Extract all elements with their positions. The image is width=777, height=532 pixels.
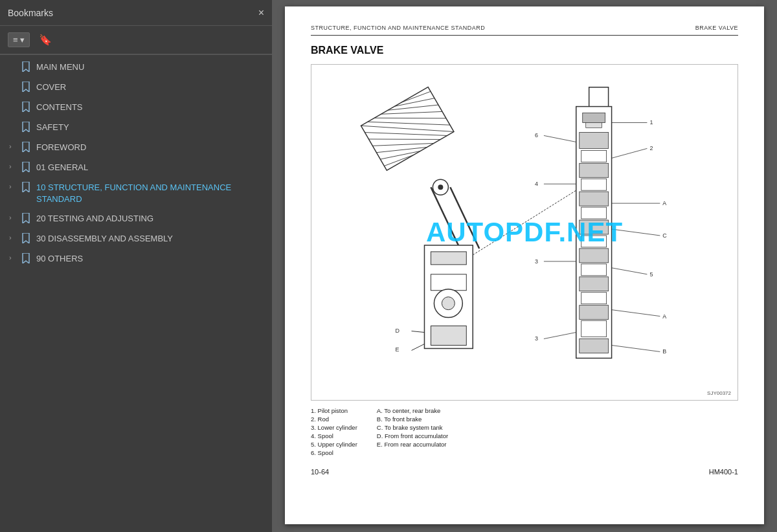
legend-item: C. To brake system tank	[377, 424, 448, 431]
svg-line-66	[544, 333, 576, 339]
page-footer: 10-64 HM400-1	[311, 468, 738, 476]
svg-line-3	[374, 87, 446, 149]
svg-line-60	[544, 135, 576, 142]
legend-item: 4. Spool	[311, 432, 357, 439]
svg-line-25	[412, 344, 425, 350]
legend-item: 1. Pilot piston	[311, 407, 357, 414]
bookmark-icon	[22, 253, 32, 265]
legend-item: A. To center, rear brake	[377, 407, 448, 414]
page-number: 10-64	[311, 468, 329, 476]
bookmark-item-disassembly[interactable]: ›30 DISASSEMBLY AND ASSEMBLY	[0, 229, 272, 249]
svg-rect-33	[580, 163, 609, 177]
bookmark-item-main-menu[interactable]: MAIN MENU	[0, 58, 272, 78]
svg-text:D: D	[396, 327, 400, 334]
bookmark-item-structure[interactable]: ›10 STRUCTURE, FUNCTION AND MAINTENANCE …	[0, 178, 272, 209]
bookmark-icon	[22, 213, 32, 225]
page-header-left: STRUCTURE, FUNCTION AND MAINTENANCE STAN…	[311, 25, 485, 31]
svg-rect-39	[580, 249, 609, 263]
svg-text:3: 3	[535, 335, 538, 342]
page-container: STRUCTURE, FUNCTION AND MAINTENANCE STAN…	[285, 6, 764, 524]
svg-text:C: C	[662, 232, 667, 239]
view-options-button[interactable]: ≡ ▾	[8, 32, 30, 47]
svg-line-27	[412, 331, 425, 333]
bookmark-item-contents[interactable]: CONTENTS	[0, 98, 272, 118]
bookmark-item-testing[interactable]: ›20 TESTING AND ADJUSTING	[0, 209, 272, 229]
svg-line-58	[612, 345, 660, 351]
svg-line-5	[388, 87, 438, 128]
svg-rect-43	[580, 305, 609, 320]
sidebar-close-button[interactable]: ×	[258, 7, 264, 19]
svg-line-54	[612, 268, 648, 274]
expand-arrow-icon: ›	[9, 234, 18, 241]
svg-text:A: A	[662, 200, 666, 206]
bookmark-label: 20 TESTING AND ADJUSTING	[36, 213, 265, 225]
svg-line-48	[612, 148, 648, 158]
sidebar-header: Bookmarks ×	[0, 0, 272, 26]
bookmark-label: MAIN MENU	[36, 61, 265, 73]
bookmark-label: COVER	[36, 82, 265, 93]
expand-arrow-icon: ›	[9, 183, 18, 190]
svg-line-52	[612, 229, 660, 236]
svg-text:2: 2	[649, 145, 653, 151]
svg-line-68	[473, 190, 576, 255]
svg-text:E: E	[396, 346, 400, 353]
svg-line-1	[361, 87, 453, 170]
svg-point-22	[442, 297, 455, 310]
page-header-right: BRAKE VALVE	[695, 25, 738, 31]
svg-text:6: 6	[535, 132, 538, 139]
dropdown-arrow-icon: ▾	[20, 35, 25, 45]
sidebar-toolbar: ≡ ▾ 🔖	[0, 26, 272, 54]
svg-text:1: 1	[649, 120, 653, 126]
sidebar: Bookmarks × ≡ ▾ 🔖 MAIN MENUCOVERCONTENTS…	[0, 0, 272, 532]
legend-item: D. From front accumulator	[377, 432, 448, 439]
brake-valve-diagram: E D	[311, 65, 738, 400]
svg-rect-36	[581, 207, 607, 219]
bookmark-label: CONTENTS	[36, 102, 265, 113]
svg-rect-34	[581, 179, 607, 190]
page-header: STRUCTURE, FUNCTION AND MAINTENANCE STAN…	[311, 25, 738, 36]
bookmark-label: 30 DISASSEMBLY AND ASSEMBLY	[36, 233, 265, 245]
svg-rect-20	[431, 274, 466, 291]
legend-item: B. To front brake	[377, 416, 448, 423]
legend-item: 5. Upper cylinder	[311, 441, 357, 448]
expand-arrow-icon: ›	[9, 214, 18, 221]
legend-right: A. To center, rear brakeB. To front brak…	[377, 407, 448, 456]
svg-rect-35	[580, 192, 609, 206]
expand-arrow-icon: ›	[9, 142, 18, 150]
svg-rect-32	[581, 150, 607, 162]
svg-rect-37	[580, 220, 609, 234]
svg-rect-19	[431, 252, 466, 265]
bookmark-icon	[22, 82, 32, 94]
bookmark-label: SAFETY	[36, 122, 265, 133]
bookmark-icon: 🔖	[39, 34, 52, 45]
diagram-ref: SJY00372	[707, 390, 731, 396]
bookmark-item-cover[interactable]: COVER	[0, 78, 272, 98]
bookmark-item-general[interactable]: ›01 GENERAL	[0, 158, 272, 178]
page-section-title: BRAKE VALVE	[311, 45, 738, 56]
bookmark-icon	[22, 61, 32, 74]
svg-rect-45	[580, 339, 609, 353]
svg-line-14	[431, 187, 460, 249]
svg-rect-29	[583, 113, 605, 123]
svg-line-56	[612, 310, 660, 316]
page-model: HM400-1	[709, 468, 738, 476]
bookmark-icon	[22, 142, 32, 154]
bookmark-label: FOREWORD	[36, 142, 265, 153]
bookmark-icon	[22, 122, 32, 134]
expand-arrow-icon: ›	[9, 162, 18, 170]
diagram-container: E D	[311, 64, 738, 401]
svg-rect-23	[431, 326, 466, 346]
svg-text:5: 5	[649, 271, 653, 278]
bookmark-icon-button[interactable]: 🔖	[35, 32, 56, 47]
svg-rect-30	[586, 123, 602, 128]
bookmark-item-foreword[interactable]: ›FOREWORD	[0, 138, 272, 158]
bookmark-item-others[interactable]: ›90 OTHERS	[0, 249, 272, 269]
legend-item: 3. Lower cylinder	[311, 424, 357, 431]
bookmark-icon	[22, 182, 32, 194]
svg-line-11	[376, 129, 427, 171]
svg-line-9	[368, 108, 440, 170]
bookmark-label: 10 STRUCTURE, FUNCTION AND MAINTENANCE S…	[36, 182, 265, 205]
legend-item: E. From rear accumulator	[377, 441, 448, 448]
legend-left: 1. Pilot piston2. Rod3. Lower cylinder4.…	[311, 407, 357, 456]
bookmark-item-safety[interactable]: SAFETY	[0, 118, 272, 138]
